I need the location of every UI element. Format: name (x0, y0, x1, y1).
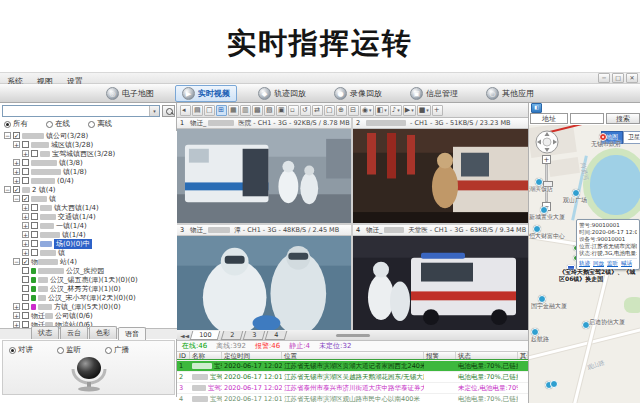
tree-checkbox[interactable] (22, 177, 29, 184)
close-all-icon[interactable]: ⊟ (348, 105, 359, 116)
tree-expander-icon[interactable]: + (13, 321, 20, 328)
tree-checkbox[interactable] (31, 204, 38, 211)
volume-select-icon[interactable]: ♪▾ (390, 105, 402, 116)
toolbar-button-实时视频[interactable]: ▶实时视频 (175, 85, 237, 102)
tree-item[interactable]: +交通镇(1/4) (0, 212, 177, 221)
tree-expander-icon[interactable]: + (22, 231, 29, 238)
table-row[interactable]: 1宝驾12020-06-17 12:02:37江苏省无锡市滨湖区贡湖大道记者家园… (177, 361, 528, 372)
grid-6-icon[interactable]: ▦ (228, 105, 239, 116)
tab-色彩[interactable]: 色彩 (89, 326, 117, 339)
tree-checkbox[interactable] (22, 159, 29, 166)
column-header-名称[interactable]: 名称 (190, 352, 222, 359)
map-pan-control[interactable] (535, 130, 559, 154)
tree-checkbox[interactable] (31, 222, 38, 229)
snapshot-icon[interactable]: ▢ (324, 105, 335, 116)
tree-expander-icon[interactable]: − (4, 186, 11, 193)
refresh-icon[interactable]: ↺ (300, 105, 311, 116)
stop-select-icon[interactable]: ■▾ (417, 105, 431, 116)
filter-radio-所有[interactable]: 所有 (4, 119, 28, 129)
tree-expander-icon[interactable]: + (22, 240, 29, 247)
play-select-icon[interactable]: ▶▾ (403, 105, 416, 116)
toolbar-button-电子地图[interactable]: ◎电子地图 (99, 85, 161, 102)
tree-checkbox[interactable] (31, 249, 38, 256)
tree-expander-icon[interactable]: + (22, 213, 29, 220)
tab-云台[interactable]: 云台 (60, 326, 88, 339)
zoom-track[interactable] (545, 164, 548, 202)
toolbar-button-轨迹回放[interactable]: ◆轨迹回放 (251, 85, 313, 102)
zoom-in-icon[interactable]: + (542, 155, 551, 164)
search-input[interactable]: ▾ (2, 105, 160, 117)
video-2-stream[interactable] (353, 129, 528, 223)
tree-checkbox[interactable] (22, 168, 29, 175)
minimize-icon[interactable]: ─ (598, 73, 610, 83)
single-view-icon[interactable]: □ (204, 105, 215, 116)
video-cell-1[interactable]: 1物迁_医院 - CH1 - 3G - 92KB/S / 8.78 MB (177, 118, 351, 223)
map-type-卫星[interactable]: 卫星 (623, 131, 640, 144)
grid-16-icon[interactable]: ▧ (264, 105, 275, 116)
tree-item[interactable]: +一镇(1/4) (0, 221, 177, 230)
maximize-icon[interactable]: □ (612, 73, 624, 83)
tree-checkbox[interactable]: ✓ (13, 132, 20, 139)
video-cell-2[interactable]: 2- CH1 - 3G - 51KB/S / 23.23 MB (353, 118, 528, 223)
tree-checkbox[interactable] (22, 294, 29, 301)
tree-checkbox[interactable]: ✓ (13, 186, 20, 193)
pager-tab-3[interactable]: 3 (243, 331, 266, 340)
grid-9-icon[interactable]: ▩ (252, 105, 263, 116)
tree-item[interactable]: +场(0)(0)中 (0, 239, 177, 248)
tree-checkbox[interactable] (31, 150, 38, 157)
tree-item[interactable]: +镇 (0, 248, 177, 257)
popup-link-监听[interactable]: 监听 (607, 260, 618, 267)
tree-expander-icon[interactable]: + (13, 312, 20, 319)
tree-expander-icon[interactable]: + (13, 159, 20, 166)
video-cell-3[interactable]: 3物迁_潭 - CH1 - 3G - 48KB/S / 2.45 MB (177, 225, 351, 330)
tree-expander-icon[interactable]: − (4, 132, 11, 139)
restore-icon[interactable]: ▫ (288, 105, 299, 116)
tree-expander-icon[interactable]: − (13, 258, 20, 265)
map-zoom-slider[interactable]: + − (542, 155, 551, 211)
zoom-icon[interactable]: ⊕ (336, 105, 347, 116)
tree-checkbox[interactable] (22, 303, 29, 310)
voice-radio-监听[interactable]: 监听 (57, 345, 81, 355)
column-header-定位时间[interactable]: 定位时间 (222, 352, 282, 359)
table-row[interactable]: 3宝驾22020-06-17 12:02:22江苏省泰州市泰兴市济川街道大庆中路… (177, 383, 528, 394)
close-icon[interactable]: ✕ (626, 73, 638, 83)
pager-tab-2[interactable]: 2 (220, 331, 243, 340)
column-header-其他[interactable]: 其他 (518, 352, 528, 359)
pager-tab-4[interactable]: 4 (265, 331, 288, 340)
grid-8-icon[interactable]: ▥ (240, 105, 251, 116)
tree-checkbox[interactable] (22, 321, 29, 328)
tree-item[interactable]: +宝驾城镇西区(3/28) (0, 149, 177, 158)
tree-item[interactable]: +镇(1/8) (0, 167, 177, 176)
tree-checkbox[interactable] (22, 267, 29, 274)
filter-radio-离线[interactable]: 离线 (88, 119, 112, 129)
tree-checkbox[interactable] (31, 213, 38, 220)
tab-状态[interactable]: 状态 (31, 326, 59, 339)
tree-checkbox[interactable] (22, 285, 29, 292)
address-input[interactable] (570, 113, 604, 124)
fullscreen-icon[interactable]: ▣ (276, 105, 287, 116)
voice-radio-广播[interactable]: 广播 (105, 345, 129, 355)
tree-expander-icon[interactable]: + (13, 168, 20, 175)
toolbar-button-录像回放[interactable]: ●录像回放 (327, 85, 389, 102)
toolbar-button-其他应用[interactable]: ○其他应用 (479, 85, 541, 102)
tree-item[interactable]: +镇(3/8) (0, 158, 177, 167)
tree-expander-icon[interactable]: + (13, 303, 20, 310)
column-header-ID[interactable]: ID (177, 352, 190, 359)
column-header-报警[interactable]: 报警 (424, 352, 456, 359)
tree-expander-icon[interactable]: + (22, 249, 29, 256)
search-button[interactable] (162, 105, 175, 117)
more-icon[interactable]: + (432, 105, 443, 116)
tree-expander-icon[interactable]: − (13, 195, 20, 202)
tree-expander-icon[interactable]: + (13, 141, 20, 148)
popup-link-喊话[interactable]: 喊话 (621, 260, 632, 267)
tree-checkbox[interactable] (22, 312, 29, 319)
popup-link-回放[interactable]: 回放 (593, 260, 604, 267)
pager-tab-100[interactable]: 100 (190, 331, 221, 340)
table-row[interactable]: 4宝驾32020-06-17 12:01:26江苏省无锡市滨湖区观山路市民中心以… (177, 394, 528, 403)
list-view-icon[interactable]: ▤ (192, 105, 203, 116)
tree-expander-icon[interactable]: + (22, 222, 29, 229)
splitter-handle[interactable] (336, 334, 370, 337)
tree-checkbox[interactable]: ✓ (22, 195, 29, 202)
pager-arrows-icon[interactable]: ◄◄ (180, 332, 189, 339)
map-canvas[interactable]: + − 地图卫星 无锡市政府湖滨饭店观山广场新城置业大厦恒大财富中心国宇金融大厦… (529, 125, 640, 403)
